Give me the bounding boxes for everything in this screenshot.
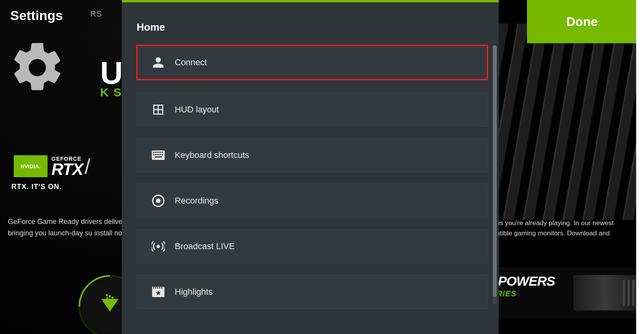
svg-rect-4 xyxy=(158,152,159,153)
settings-item-highlights[interactable]: Highlights xyxy=(137,275,488,309)
settings-item-broadcast-live[interactable]: Broadcast LIVE xyxy=(137,229,488,264)
settings-item-label: Keyboard shortcuts xyxy=(175,150,249,160)
rtx-rtx-text: RTX xyxy=(51,162,83,177)
record-icon xyxy=(150,193,166,209)
svg-rect-2 xyxy=(155,152,156,153)
crop-edge xyxy=(636,0,644,334)
svg-rect-22 xyxy=(159,287,161,289)
settings-overlay-panel: Home Connect HUD layout Keyboard shortcu… xyxy=(122,2,499,334)
download-arrow-icon xyxy=(101,299,119,312)
svg-rect-3 xyxy=(157,152,158,153)
svg-rect-21 xyxy=(157,287,158,289)
settings-item-label: Connect xyxy=(175,57,207,68)
gear-icon-large xyxy=(8,38,67,97)
keyboard-icon xyxy=(150,147,166,163)
settings-item-connect[interactable]: Connect xyxy=(137,45,488,80)
svg-rect-19 xyxy=(153,287,154,289)
svg-rect-13 xyxy=(155,156,162,158)
settings-heading: Settings xyxy=(10,8,126,23)
tab-fragment-text: RS xyxy=(90,9,102,18)
rtx-badge: NVIDIA. GEFORCE RTX / xyxy=(14,154,90,178)
settings-item-recordings[interactable]: Recordings xyxy=(137,184,488,218)
rtx-slash: / xyxy=(84,154,90,178)
promo-gpu-image xyxy=(573,275,636,310)
svg-rect-6 xyxy=(162,152,163,153)
svg-rect-9 xyxy=(157,154,158,155)
done-button[interactable]: Done xyxy=(527,0,637,43)
settings-item-label: HUD layout xyxy=(175,105,219,115)
settings-item-keyboard-shortcuts[interactable]: Keyboard shortcuts xyxy=(137,138,488,173)
hero-gpu-image xyxy=(479,24,644,220)
scrollbar-thumb[interactable] xyxy=(493,45,497,297)
svg-rect-11 xyxy=(160,154,161,155)
settings-item-label: Highlights xyxy=(175,287,213,297)
promo-banner[interactable]: R POWERS SERIES xyxy=(479,267,644,318)
highlights-icon xyxy=(150,284,166,300)
svg-rect-10 xyxy=(158,154,159,155)
settings-item-label: Recordings xyxy=(175,196,218,206)
user-icon xyxy=(150,55,166,70)
settings-item-label: Broadcast LIVE xyxy=(175,241,235,251)
svg-point-15 xyxy=(156,198,161,203)
svg-rect-20 xyxy=(155,287,156,289)
svg-rect-8 xyxy=(155,154,156,155)
svg-rect-7 xyxy=(153,154,154,155)
broadcast-icon xyxy=(150,239,166,254)
rtx-tagline: RTX. IT'S ON. xyxy=(11,183,62,191)
layout-icon xyxy=(150,102,166,117)
driver-description-right: ames you're already playing. In our newe… xyxy=(487,218,636,239)
svg-rect-1 xyxy=(153,152,154,153)
svg-rect-5 xyxy=(160,152,161,153)
svg-rect-23 xyxy=(161,287,163,289)
overlay-heading: Home xyxy=(122,2,499,45)
svg-point-16 xyxy=(157,245,160,248)
done-button-label: Done xyxy=(566,15,598,29)
svg-rect-12 xyxy=(162,154,163,155)
settings-item-list: Connect HUD layout Keyboard shortcuts Re… xyxy=(122,45,499,334)
nvidia-logo: NVIDIA. xyxy=(14,155,48,177)
settings-item-hud-layout[interactable]: HUD layout xyxy=(137,92,488,127)
scrollbar-track[interactable] xyxy=(493,45,497,305)
